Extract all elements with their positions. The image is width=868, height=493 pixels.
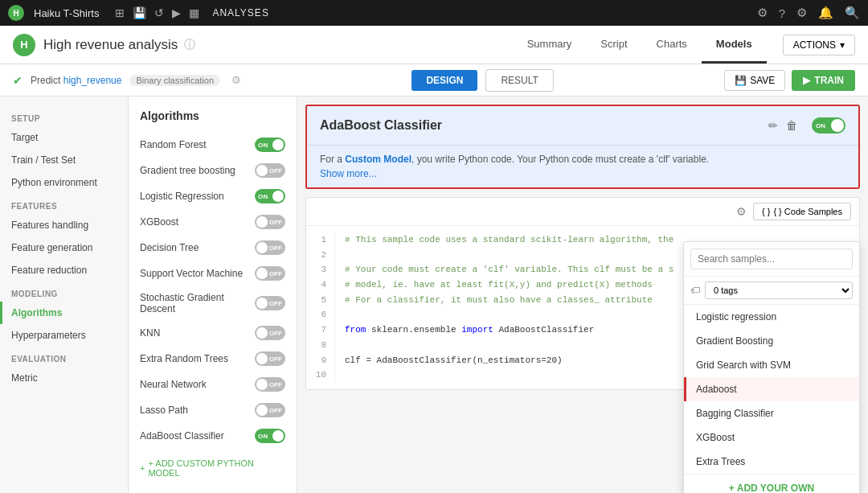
toggle-xgboost[interactable]: OFF <box>255 215 285 229</box>
code-samples-button[interactable]: { } { } Code Samples <box>753 203 851 220</box>
tab-models[interactable]: Models <box>702 27 767 64</box>
toggle-logistic-regression[interactable]: ON <box>255 189 285 203</box>
breadcrumb-text: Predict high_revenue <box>31 75 121 86</box>
toggle-knn[interactable]: OFF <box>255 326 285 340</box>
sample-item-grid-search-svm[interactable]: Grid Search with SVM <box>684 353 859 377</box>
algo-name-knn: KNN <box>140 327 160 339</box>
toggle-random-forest[interactable]: ON <box>255 138 285 152</box>
algo-row-adaboost: AdaBoost Classifier ON <box>129 423 297 449</box>
sample-item-gradient-boosting[interactable]: Gradient Boosting <box>684 329 859 353</box>
sample-item-extra-trees[interactable]: Extra Trees <box>684 450 859 474</box>
sidebar-item-algorithms[interactable]: Algorithms <box>0 302 128 324</box>
custom-model-link[interactable]: Custom Model <box>345 154 411 165</box>
modeling-section-label: MODELING <box>0 281 128 302</box>
add-your-own-button[interactable]: + ADD YOUR OWN <box>684 474 859 493</box>
tags-row: 🏷 0 tags <box>684 277 859 305</box>
target-field[interactable]: high_revenue <box>63 75 122 86</box>
toggle-extra-random-trees[interactable]: OFF <box>255 351 285 366</box>
add-custom-model-button[interactable]: + + ADD CUSTOM PYTHON MODEL <box>129 452 297 484</box>
adaboost-info: For a Custom Model, you write Python cod… <box>307 145 858 187</box>
sample-item-bagging-classifier[interactable]: Bagging Classifier <box>684 401 859 425</box>
sidebar-item-feature-reduction[interactable]: Feature reduction <box>0 259 128 281</box>
toggle-adaboost[interactable]: ON <box>255 429 285 443</box>
show-more-link[interactable]: Show more... <box>320 168 845 179</box>
result-button[interactable]: RESULT <box>485 69 553 92</box>
tag-icon: 🏷 <box>690 285 700 296</box>
code-toolbar: ⚙ { } { } Code Samples <box>306 198 859 226</box>
breadcrumb-gear-icon[interactable]: ⚙ <box>231 74 241 86</box>
evaluation-section-label: EVALUATION <box>0 347 128 367</box>
samples-search-input[interactable] <box>690 249 853 269</box>
algo-row-gradient-boosting: Gradient tree boosting OFF <box>129 158 297 183</box>
algo-row-knn: KNN OFF <box>129 320 297 346</box>
nav-icons: ⊞ 💾 ↺ ▶ ▦ <box>115 6 199 19</box>
main-content-area: AdaBoost Classifier ✏ 🗑 ON For a Custom … <box>297 97 868 493</box>
search-nav-icon[interactable]: 🔍 <box>845 6 860 20</box>
sidebar-item-target[interactable]: Target <box>0 126 128 149</box>
sidebar-item-hyperparameters[interactable]: Hyperparameters <box>0 324 128 347</box>
setup-section-label: SETUP <box>0 106 128 126</box>
delete-icon[interactable]: 🗑 <box>786 119 797 132</box>
page-info-icon[interactable]: ⓘ <box>184 38 195 52</box>
settings-icon[interactable]: ⚙ <box>796 6 807 20</box>
play-icon[interactable]: ▶ <box>172 6 181 19</box>
toggle-gradient-boosting[interactable]: OFF <box>255 163 285 178</box>
algo-name-random-forest: Random Forest <box>140 139 207 150</box>
actions-button[interactable]: ACTIONS ▾ <box>783 35 855 55</box>
save-nav-icon[interactable]: 💾 <box>133 6 146 19</box>
plus-icon: + <box>140 463 145 473</box>
toggle-decision-tree[interactable]: OFF <box>255 240 285 255</box>
algo-row-extra-random-trees: Extra Random Trees OFF <box>129 346 297 372</box>
save-icon: 💾 <box>735 75 747 86</box>
algo-row-decision-tree: Decision Tree OFF <box>129 235 297 261</box>
features-section-label: FEATURES <box>0 194 128 214</box>
algo-row-svm: Support Vector Machine OFF <box>129 261 297 286</box>
analyses-label: ANALYSES <box>212 7 268 18</box>
page-title: High revenue analysis <box>43 37 178 53</box>
code-settings-icon[interactable]: ⚙ <box>736 205 747 218</box>
algo-row-lasso-path: Lasso Path OFF <box>129 397 297 423</box>
help-icon[interactable]: ? <box>779 6 785 20</box>
sample-item-adaboost[interactable]: Adaboost <box>684 377 859 401</box>
sidebar-item-features-handling[interactable]: Features handling <box>0 214 128 236</box>
toggle-sgd[interactable]: OFF <box>255 296 285 310</box>
edit-icon[interactable]: ✏ <box>768 119 778 132</box>
save-button[interactable]: 💾 SAVE <box>724 70 785 91</box>
samples-search-container <box>684 242 859 277</box>
gear-icon[interactable]: ⚙ <box>757 6 768 20</box>
adaboost-title: AdaBoost Classifier <box>320 118 768 133</box>
design-button[interactable]: DESIGN <box>411 70 477 91</box>
samples-dropdown: 🏷 0 tags Logistic regression Gradient Bo… <box>683 241 860 493</box>
notification-icon[interactable]: 🔔 <box>818 6 833 20</box>
toggle-lasso-path[interactable]: OFF <box>255 403 285 417</box>
refresh-icon[interactable]: ↺ <box>154 6 164 19</box>
train-button[interactable]: ▶ TRAIN <box>792 70 855 91</box>
adaboost-toggle[interactable]: ON <box>812 117 845 134</box>
algo-name-lasso-path: Lasso Path <box>140 405 188 416</box>
code-brace-icon: { } <box>762 207 770 216</box>
adaboost-toggle-knob <box>831 119 844 132</box>
sample-item-logistic-regression[interactable]: Logistic regression <box>684 305 859 329</box>
chevron-down-icon: ▾ <box>840 39 845 51</box>
sidebar-item-metric[interactable]: Metric <box>0 367 128 389</box>
task-type-badge: Binary classification <box>129 75 220 86</box>
main-layout: SETUP Target Train / Test Set Python env… <box>0 97 868 493</box>
tab-summary[interactable]: Summary <box>513 27 587 64</box>
algo-row-neural-network: Neural Network OFF <box>129 372 297 397</box>
algo-name-decision-tree: Decision Tree <box>140 242 199 253</box>
database-icon[interactable]: ⊞ <box>115 6 125 19</box>
toggle-neural-network[interactable]: OFF <box>255 377 285 392</box>
toggle-svm[interactable]: OFF <box>255 266 285 281</box>
algo-name-adaboost: AdaBoost Classifier <box>140 430 224 442</box>
grid-icon[interactable]: ▦ <box>189 6 199 19</box>
tags-select[interactable]: 0 tags <box>705 281 853 299</box>
algorithms-panel: Algorithms Random Forest ON Gradient tre… <box>129 97 297 493</box>
sidebar-item-python-env[interactable]: Python environment <box>0 171 128 194</box>
breadcrumb-bar: ✔ Predict high_revenue Binary classifica… <box>0 64 868 97</box>
sidebar-item-train-test[interactable]: Train / Test Set <box>0 149 128 171</box>
sample-item-xgboost[interactable]: XGBoost <box>684 425 859 450</box>
sidebar: SETUP Target Train / Test Set Python env… <box>0 97 129 493</box>
tab-charts[interactable]: Charts <box>642 27 702 64</box>
tab-script[interactable]: Script <box>586 27 641 64</box>
sidebar-item-feature-generation[interactable]: Feature generation <box>0 236 128 259</box>
